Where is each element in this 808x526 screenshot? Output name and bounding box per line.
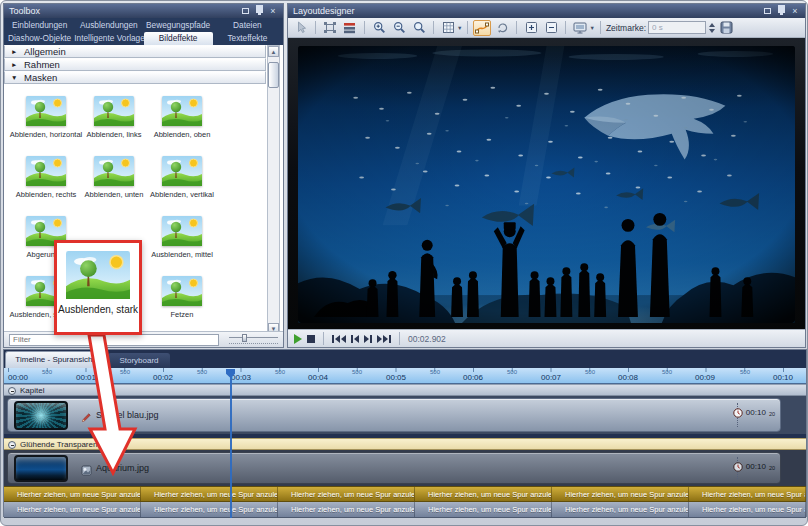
- multi-select-button[interactable]: [321, 20, 339, 36]
- chevron-down-icon[interactable]: ▼: [457, 25, 462, 31]
- clip-thumbnail: [14, 401, 68, 430]
- selected-effect-label: Ausblenden, stark: [58, 304, 138, 315]
- new-track-dropzone-gold[interactable]: Hierher ziehen, um neue Spur anzulegen. …: [4, 486, 806, 502]
- aquarium-scene: [298, 46, 795, 323]
- effect-item[interactable]: Abblenden, rechts: [12, 156, 80, 216]
- effect-item[interactable]: Abblenden, links: [80, 96, 148, 156]
- slider-thumb[interactable]: [242, 334, 247, 342]
- section-rahmen[interactable]: ► Rahmen: [4, 58, 266, 71]
- zeitmarke-input[interactable]: [648, 21, 706, 34]
- step-back-button[interactable]: [351, 333, 359, 345]
- track-header-label: Kapitel: [20, 386, 44, 395]
- effect-label: Abblenden, unten: [85, 190, 144, 199]
- effect-thumbnail: [26, 156, 66, 186]
- skip-start-button[interactable]: [332, 333, 346, 345]
- toolbox-scrollbar[interactable]: ▲ ▼: [267, 45, 280, 335]
- toolbox-panel: Toolbox × Einblendungen Ausblendungen Be…: [3, 3, 284, 348]
- pin-icon[interactable]: [254, 6, 264, 16]
- play-button[interactable]: [294, 333, 302, 345]
- tab-bildeffekte[interactable]: Bildeffekte: [144, 32, 213, 45]
- close-icon[interactable]: ×: [268, 6, 278, 16]
- zeitmarke-stepper[interactable]: [709, 23, 715, 33]
- clip-duration: 00:1020: [733, 408, 775, 418]
- grid-button[interactable]: [439, 20, 457, 36]
- tab-ausblendungen[interactable]: Ausblendungen: [74, 19, 143, 32]
- ruler-minor: 500: [740, 369, 750, 375]
- ruler-label: 00:06: [463, 373, 483, 382]
- thumbnail-size-slider[interactable]: [229, 334, 278, 346]
- motion-path-button[interactable]: [473, 20, 491, 36]
- drag-arrow: [71, 334, 151, 476]
- collapse-button[interactable]: [542, 20, 560, 36]
- pin-icon[interactable]: [776, 6, 786, 16]
- new-track-dropzone-gray[interactable]: Hierher ziehen, um neue Spur anzulegen. …: [4, 502, 806, 518]
- ruler-minor: 500: [662, 369, 672, 375]
- zoom-fit-button[interactable]: [410, 20, 428, 36]
- selected-effect-callout[interactable]: Ausblenden, stark: [54, 240, 142, 335]
- chevron-down-icon[interactable]: ▼: [589, 25, 594, 31]
- ruler-label: 00:08: [618, 373, 638, 382]
- layers-icon: [343, 21, 357, 34]
- ruler-minor: 500: [197, 369, 207, 375]
- stop-button[interactable]: [307, 333, 315, 345]
- clock-icon: [733, 462, 743, 472]
- section-allgemein[interactable]: ► Allgemein: [4, 45, 266, 58]
- dropzone-hint: Hierher ziehen, um neue Spur anzulegen.: [415, 502, 552, 517]
- effect-thumbnail: [162, 216, 202, 246]
- ruler-minor: 500: [352, 369, 362, 375]
- section-masken[interactable]: ▼ Masken: [4, 71, 266, 84]
- tab-diashow-objekte[interactable]: Diashow-Objekte: [5, 32, 74, 45]
- step-forward-button[interactable]: [364, 333, 372, 345]
- restore-icon[interactable]: [762, 6, 772, 16]
- preview-image-aquarium[interactable]: [298, 46, 795, 323]
- effect-item[interactable]: Abblenden, oben: [148, 96, 216, 156]
- zoom-in-icon: [373, 21, 386, 34]
- zoom-out-button[interactable]: [390, 20, 408, 36]
- section-label: Masken: [24, 72, 57, 83]
- cursor-icon: [295, 21, 308, 34]
- effect-label: Abblenden, rechts: [16, 190, 76, 199]
- display-mode-button[interactable]: [571, 20, 589, 36]
- clip-thumbnail: [14, 455, 68, 482]
- effect-label: Abblenden, horizontal: [10, 130, 83, 139]
- play-icon: [294, 334, 302, 344]
- dropzone-hint: Hierher ziehen, um neue Spur anzulegen.: [552, 487, 689, 501]
- layoutdesigner-panel: Layoutdesigner × ▼: [287, 3, 806, 348]
- preview-canvas[interactable]: [288, 38, 805, 329]
- layers-button[interactable]: [341, 20, 359, 36]
- ruler-minor: 500: [585, 369, 595, 375]
- close-icon[interactable]: ×: [790, 6, 800, 16]
- tab-dateien[interactable]: Dateien: [213, 19, 282, 32]
- expand-button[interactable]: [522, 20, 540, 36]
- ruler-label: 00:04: [308, 373, 328, 382]
- effect-item[interactable]: Abblenden, unten: [80, 156, 148, 216]
- zeitmarke-label: Zeitmarke:: [606, 23, 646, 33]
- dropzone-hint: Hierher ziehen, um neue Spur anzulegen.: [4, 487, 141, 501]
- zoom-in-button[interactable]: [370, 20, 388, 36]
- effect-item[interactable]: Abblenden, vertikal: [148, 156, 216, 216]
- skip-end-button[interactable]: [377, 333, 391, 345]
- ruler-label: 00:09: [695, 373, 715, 382]
- scrollbar-thumb[interactable]: [268, 62, 279, 88]
- save-button[interactable]: [717, 20, 735, 36]
- rotate-button[interactable]: [493, 20, 511, 36]
- tab-texteffekte[interactable]: Texteffekte: [213, 32, 282, 45]
- chevron-down-icon: ▼: [11, 72, 17, 84]
- effect-item[interactable]: Abblenden, horizontal: [12, 96, 80, 156]
- dropzone-hint: Hierher ziehen, um neue Spur anzulegen.: [689, 487, 806, 501]
- restore-icon[interactable]: [240, 6, 250, 16]
- select-cursor-button[interactable]: [292, 20, 310, 36]
- handles-icon: [323, 21, 337, 34]
- collapse-track-icon[interactable]: [8, 441, 16, 449]
- playhead-line[interactable]: [230, 369, 232, 518]
- effect-item[interactable]: Ausblenden, mittel: [148, 216, 216, 276]
- tab-bewegungspfade[interactable]: Bewegungspfade: [144, 19, 213, 32]
- tab-einblendungen[interactable]: Einblendungen: [5, 19, 74, 32]
- tab-intelligente-vorlagen[interactable]: Intelligente Vorlagen: [74, 32, 143, 45]
- effect-item[interactable]: Fetzen: [148, 276, 216, 334]
- dropzone-hint: Hierher ziehen, um neue Spur anzulegen.: [415, 487, 552, 501]
- designer-toolbar: ▼ ▼ Zeitmarke:: [288, 18, 805, 38]
- collapse-track-icon[interactable]: [8, 387, 16, 395]
- scroll-up-icon[interactable]: ▲: [268, 46, 279, 57]
- dropzone-hint: Hierher ziehen, um neue Spur anzulegen.: [278, 487, 415, 501]
